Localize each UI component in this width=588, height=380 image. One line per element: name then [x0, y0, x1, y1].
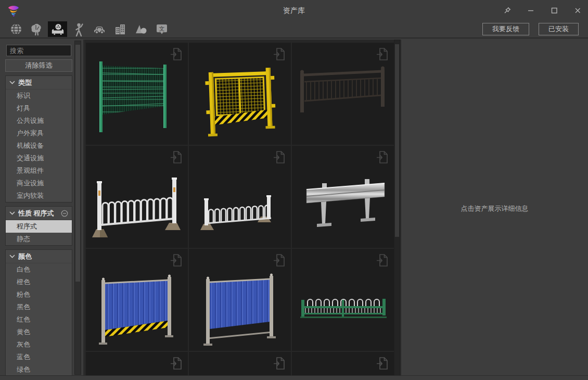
filter-item[interactable]: 灰色	[6, 338, 72, 351]
close-icon[interactable]	[573, 6, 582, 15]
filter-section-nature-header[interactable]: 性质 程序式	[6, 207, 72, 220]
tab-vegetation[interactable]	[27, 21, 46, 37]
grid-scrollbar[interactable]	[394, 40, 400, 376]
filter-sidebar: 清除筛选 类型 标识 灯具 公共设施 户外家具 机械设备 交通设施 景观组件 商…	[0, 40, 85, 376]
category-toolbar: 文 我要反馈 已安装	[0, 21, 588, 39]
filter-item-selected[interactable]: 程序式	[6, 220, 72, 233]
chevron-down-icon	[9, 211, 15, 215]
filter-item[interactable]: 机械设备	[6, 140, 72, 152]
open-asset-button[interactable]	[170, 356, 183, 371]
open-asset-button[interactable]	[170, 252, 183, 268]
asset-card[interactable]	[86, 146, 188, 248]
tab-furniture-selected[interactable]	[48, 21, 67, 37]
open-asset-button[interactable]	[273, 149, 286, 165]
filter-item[interactable]: 粉色	[6, 288, 72, 301]
export-icon	[273, 356, 286, 371]
remove-filter-icon[interactable]	[61, 210, 68, 217]
filter-item[interactable]: 橙色	[6, 276, 72, 288]
asset-card[interactable]	[292, 43, 394, 145]
sidebar-scrollbar-thumb[interactable]	[75, 45, 80, 282]
filter-item[interactable]: 公共设施	[6, 115, 72, 127]
grid-scrollbar-thumb[interactable]	[395, 44, 399, 237]
tab-primitives[interactable]	[131, 21, 150, 37]
open-asset-button[interactable]	[376, 356, 389, 371]
filter-item[interactable]: 户外家具	[6, 127, 72, 140]
pin-icon[interactable]	[503, 6, 512, 15]
open-asset-button[interactable]	[376, 252, 389, 268]
asset-card[interactable]	[189, 352, 291, 376]
furniture-icon	[50, 22, 65, 36]
feedback-button[interactable]: 我要反馈	[482, 23, 529, 35]
filter-item[interactable]: 绿色	[6, 363, 72, 376]
filter-section-color-header[interactable]: 颜色	[6, 250, 72, 263]
open-asset-button[interactable]	[273, 356, 286, 371]
filter-section-type: 类型 标识 灯具 公共设施 户外家具 机械设备 交通设施 景观组件 商业设施 室…	[5, 75, 72, 202]
filter-item[interactable]: 景观组件	[6, 164, 72, 177]
export-icon	[273, 46, 286, 62]
app-window: { "window": { "title": "资产库", "controls"…	[0, 0, 588, 380]
trees-icon	[30, 22, 44, 36]
filter-item[interactable]: 灯具	[6, 102, 72, 115]
open-asset-button[interactable]	[273, 46, 286, 62]
asset-card[interactable]	[189, 43, 291, 145]
asset-card[interactable]	[86, 43, 188, 145]
installed-button[interactable]: 已安装	[539, 23, 579, 35]
filter-item[interactable]: 静态	[6, 233, 72, 245]
globe-icon	[9, 22, 23, 36]
sidebar-scrollbar[interactable]	[74, 41, 81, 375]
clear-filters-button[interactable]: 清除筛选	[5, 59, 72, 72]
tab-buildings[interactable]	[110, 21, 130, 37]
filter-item[interactable]: 黑色	[6, 301, 72, 313]
chevron-down-icon	[9, 81, 15, 84]
minimize-icon[interactable]	[526, 6, 535, 15]
search-input[interactable]	[6, 45, 71, 56]
vehicle-icon	[92, 22, 107, 36]
export-icon	[376, 46, 389, 62]
filter-section-title: 类型	[18, 78, 32, 87]
filter-section-type-header[interactable]: 类型	[6, 76, 72, 90]
tab-vehicles[interactable]	[90, 21, 109, 37]
filter-item[interactable]: 商业设施	[6, 177, 72, 189]
filter-item[interactable]: 白色	[6, 263, 72, 276]
tab-globe[interactable]	[6, 21, 25, 37]
export-icon	[170, 149, 183, 165]
asset-card[interactable]	[292, 146, 394, 248]
export-icon	[170, 356, 183, 371]
filter-section-color: 颜色 白色 橙色 粉色 黑色 红色 黄色 灰色 蓝色 绿色 紫色	[5, 249, 72, 376]
building-icon	[113, 22, 127, 36]
filter-section-nature: 性质 程序式 程序式 静态	[5, 206, 72, 246]
asset-grid-cells	[86, 43, 394, 376]
character-icon	[71, 22, 86, 36]
primitives-icon	[134, 22, 148, 36]
filter-item[interactable]: 蓝色	[6, 351, 72, 363]
open-asset-button[interactable]	[273, 252, 286, 268]
export-icon	[376, 252, 389, 268]
asset-card[interactable]	[189, 249, 291, 351]
tab-characters[interactable]	[69, 21, 88, 37]
filter-item[interactable]: 红色	[6, 313, 72, 326]
open-asset-button[interactable]	[170, 149, 183, 165]
decal-text-icon: 文	[155, 22, 169, 36]
tab-decals[interactable]: 文	[152, 21, 171, 37]
page-title: 资产库	[0, 0, 588, 21]
chevron-down-icon	[9, 255, 15, 258]
filter-section-title: 颜色	[18, 252, 32, 261]
open-asset-button[interactable]	[376, 149, 389, 165]
asset-card[interactable]	[86, 352, 188, 376]
asset-card[interactable]	[86, 249, 188, 351]
export-icon	[273, 252, 286, 268]
export-icon	[170, 252, 183, 268]
asset-card[interactable]	[292, 249, 394, 351]
filter-item[interactable]: 室内软装	[6, 189, 72, 202]
maximize-icon[interactable]	[549, 6, 558, 15]
filter-item[interactable]: 标识	[6, 90, 72, 102]
open-asset-button[interactable]	[376, 46, 389, 62]
export-icon	[273, 149, 286, 165]
filter-item[interactable]: 黄色	[6, 326, 72, 338]
filter-scroll-area: 清除筛选 类型 标识 灯具 公共设施 户外家具 机械设备 交通设施 景观组件 商…	[0, 40, 74, 376]
filter-section-title: 性质 程序式	[18, 209, 54, 218]
asset-card[interactable]	[292, 352, 394, 376]
asset-card[interactable]	[189, 146, 291, 248]
filter-item[interactable]: 交通设施	[6, 152, 72, 164]
open-asset-button[interactable]	[170, 46, 183, 62]
